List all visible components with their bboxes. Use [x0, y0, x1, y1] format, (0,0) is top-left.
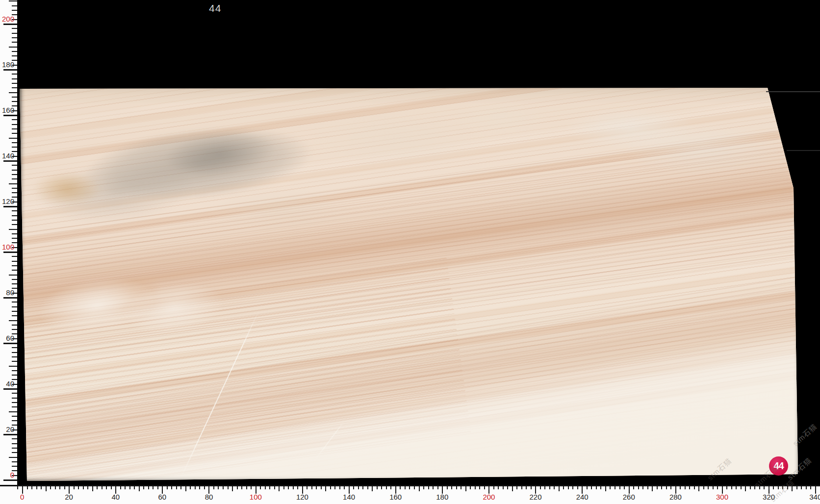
ruler-tick — [470, 486, 471, 489]
ruler-tick — [12, 142, 17, 143]
ruler-tick — [41, 486, 42, 489]
ruler-tick — [279, 486, 280, 491]
ruler-tick — [591, 486, 592, 489]
ruler-tick — [12, 215, 17, 216]
ruler-tick — [12, 352, 17, 353]
ruler-tick — [50, 486, 51, 489]
ruler-tick — [321, 486, 322, 489]
ruler-tick — [647, 486, 648, 489]
ruler-tick — [642, 486, 643, 489]
ruler-tick — [12, 133, 17, 134]
ruler-tick — [12, 192, 17, 193]
ruler-tick — [479, 486, 480, 489]
ruler-tick — [461, 486, 461, 489]
ruler-tick — [605, 486, 606, 491]
ruler-tick — [810, 486, 811, 489]
ruler-label: 40 — [111, 493, 120, 501]
scanner-artifact-line — [787, 150, 820, 151]
ruler-label: 200 — [2, 15, 14, 23]
ruler-tick — [12, 279, 17, 280]
scanner-artifact-line — [766, 91, 820, 92]
ruler-tick — [3, 252, 17, 253]
ruler-tick — [3, 24, 17, 25]
ruler-tick — [3, 479, 17, 481]
ruler-tick — [516, 486, 517, 489]
ruler-tick — [12, 398, 17, 399]
ruler-tick — [12, 5, 17, 6]
ruler-tick — [3, 115, 17, 116]
ruler-tick — [806, 486, 807, 489]
ruler-tick — [498, 486, 499, 489]
ruler-tick — [12, 210, 17, 211]
slab-edge-shadow — [20, 83, 799, 483]
ruler-tick — [512, 486, 513, 491]
ruler-tick — [405, 486, 406, 489]
ruler-tick — [475, 486, 476, 489]
ruler-tick — [12, 10, 17, 11]
ruler-label: 20 — [65, 493, 73, 501]
ruler-tick — [577, 486, 578, 489]
ruler-tick — [633, 486, 634, 489]
ruler-tick — [400, 486, 401, 489]
ruler-tick — [657, 486, 658, 489]
ruler-tick — [195, 486, 196, 489]
ruler-tick — [17, 486, 18, 489]
ruler-tick — [493, 486, 494, 489]
ruler-tick — [176, 486, 177, 489]
ruler-tick — [102, 486, 102, 489]
slab-image[interactable] — [20, 83, 799, 483]
ruler-tick — [12, 306, 17, 307]
ruler-tick — [9, 320, 17, 321]
ruler-tick — [9, 457, 17, 458]
ruler-label: 120 — [296, 493, 308, 501]
ruler-tick — [764, 486, 765, 489]
ruler-tick — [288, 486, 289, 489]
ruler-tick — [615, 486, 615, 489]
ruler-tick — [316, 486, 317, 489]
ruler-tick — [293, 486, 294, 489]
ruler-tick — [465, 486, 466, 491]
ruler-tick — [134, 486, 135, 489]
ruler-label: 300 — [716, 493, 728, 501]
ruler-tick — [717, 486, 718, 489]
ruler-label: 80 — [205, 493, 213, 501]
ruler-tick — [390, 486, 391, 489]
ruler-tick — [106, 486, 107, 489]
ruler-tick — [754, 486, 755, 489]
ruler-label: 160 — [389, 493, 402, 501]
ruler-tick — [12, 188, 17, 189]
ruler-tick — [228, 486, 229, 489]
ruler-label: 320 — [763, 493, 775, 501]
ruler-tick — [12, 224, 17, 225]
ruler-tick — [531, 486, 532, 489]
ruler-tick — [274, 486, 275, 489]
ruler-tick — [12, 261, 17, 262]
ruler-tick — [223, 486, 224, 489]
ruler-tick — [568, 486, 569, 489]
ruler-tick — [185, 486, 186, 491]
ruler-label: 220 — [530, 493, 542, 501]
ruler-tick — [283, 486, 284, 489]
ruler-tick — [572, 486, 573, 489]
ruler-tick — [260, 486, 261, 489]
ruler-label: 20 — [6, 425, 14, 433]
ruler-tick — [419, 486, 420, 491]
ruler-tick — [3, 343, 17, 344]
ruler-tick — [526, 486, 527, 489]
ruler-tick — [12, 361, 17, 362]
ruler-tick — [12, 461, 17, 462]
ruler-tick — [12, 270, 17, 271]
ruler-label: 80 — [6, 288, 14, 297]
ruler-tick — [9, 366, 17, 367]
ruler-tick — [139, 486, 140, 491]
ruler-tick — [596, 486, 597, 489]
ruler-tick — [251, 486, 252, 489]
ruler-tick — [759, 486, 760, 489]
ruler-tick — [9, 138, 17, 139]
ruler-tick — [447, 486, 448, 489]
ruler-tick — [12, 55, 17, 56]
ruler-tick — [143, 486, 144, 489]
ruler-tick — [12, 178, 17, 179]
ruler-tick — [3, 297, 17, 299]
ruler-tick — [12, 443, 17, 444]
